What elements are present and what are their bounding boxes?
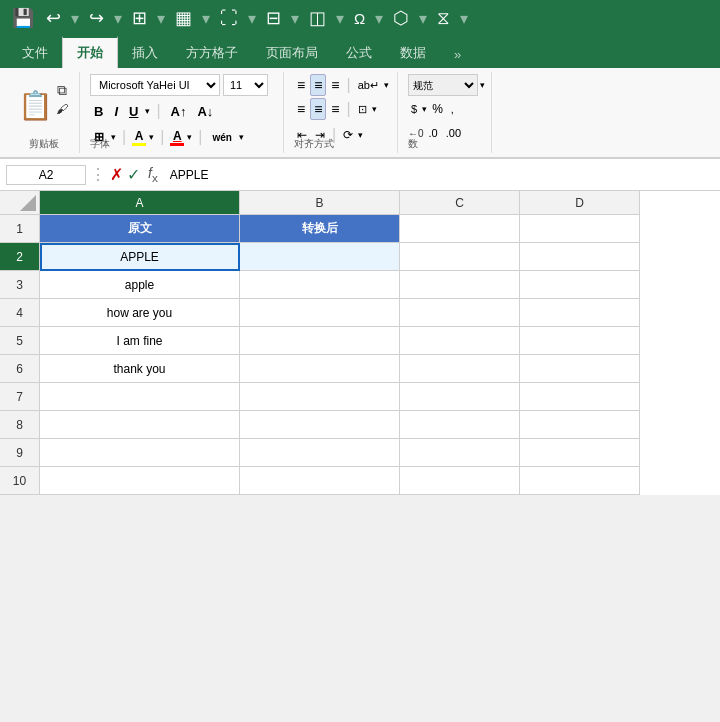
orientation-dropdown-icon[interactable]: ▾ bbox=[358, 130, 363, 140]
cell-a10[interactable] bbox=[40, 467, 240, 495]
shape-icon[interactable]: ⬡ bbox=[389, 5, 413, 31]
percent-button[interactable]: % bbox=[429, 98, 446, 120]
cell-a9[interactable] bbox=[40, 439, 240, 467]
decrease-decimal-button[interactable]: .0 bbox=[426, 122, 441, 144]
wen-button[interactable]: wén bbox=[208, 126, 235, 148]
highlight-color-button[interactable]: A bbox=[132, 129, 146, 146]
col-header-a[interactable]: A bbox=[40, 191, 240, 215]
cell-c5[interactable] bbox=[400, 327, 520, 355]
row-header-3[interactable]: 3 bbox=[0, 271, 40, 299]
row-header-9[interactable]: 9 bbox=[0, 439, 40, 467]
cell-d3[interactable] bbox=[520, 271, 640, 299]
merge-dropdown-icon[interactable]: ▾ bbox=[372, 104, 377, 114]
col-header-b[interactable]: B bbox=[240, 191, 400, 215]
undo-icon[interactable]: ↩ bbox=[42, 5, 65, 31]
cell-d4[interactable] bbox=[520, 299, 640, 327]
cell-reference-input[interactable] bbox=[6, 165, 86, 185]
symbol-icon[interactable]: Ω bbox=[350, 8, 369, 29]
row-header-10[interactable]: 10 bbox=[0, 467, 40, 495]
cell-d6[interactable] bbox=[520, 355, 640, 383]
font-name-select[interactable]: Microsoft YaHei UI bbox=[90, 74, 220, 96]
cell-c10[interactable] bbox=[400, 467, 520, 495]
number-format-select[interactable]: 规范 bbox=[408, 74, 478, 96]
align-bottom-right-button[interactable]: ≡ bbox=[328, 98, 342, 120]
col-header-d[interactable]: D bbox=[520, 191, 640, 215]
underline-dropdown-icon[interactable]: ▾ bbox=[145, 106, 150, 116]
cell-c8[interactable] bbox=[400, 411, 520, 439]
cell-a7[interactable] bbox=[40, 383, 240, 411]
cell-d5[interactable] bbox=[520, 327, 640, 355]
paste-button[interactable]: 📋 ⧉ 🖌 bbox=[14, 79, 73, 133]
tab-formula[interactable]: 公式 bbox=[332, 38, 386, 68]
cell-c7[interactable] bbox=[400, 383, 520, 411]
copy-button[interactable]: ⧉ bbox=[55, 81, 69, 100]
cell-d8[interactable] bbox=[520, 411, 640, 439]
cell-a4[interactable]: how are you bbox=[40, 299, 240, 327]
align-top-right-button[interactable]: ≡ bbox=[328, 74, 342, 96]
font-color-dropdown-icon[interactable]: ▾ bbox=[187, 132, 192, 142]
row-header-4[interactable]: 4 bbox=[0, 299, 40, 327]
font-color-button[interactable]: A bbox=[170, 129, 184, 146]
tab-data[interactable]: 数据 bbox=[386, 38, 440, 68]
save-icon[interactable]: 💾 bbox=[8, 5, 38, 31]
cell-c1[interactable] bbox=[400, 215, 520, 243]
col-header-c[interactable]: C bbox=[400, 191, 520, 215]
cancel-icon[interactable]: ✗ bbox=[110, 165, 123, 184]
cell-b8[interactable] bbox=[240, 411, 400, 439]
underline-button[interactable]: U bbox=[125, 100, 142, 122]
cell-c6[interactable] bbox=[400, 355, 520, 383]
cell-a6[interactable]: thank you bbox=[40, 355, 240, 383]
wrap-text-button[interactable]: ab↵ bbox=[355, 74, 382, 96]
font-size-select[interactable]: 11 bbox=[223, 74, 268, 96]
cell-c4[interactable] bbox=[400, 299, 520, 327]
layout-icon[interactable]: ◫ bbox=[305, 5, 330, 31]
cell-b10[interactable] bbox=[240, 467, 400, 495]
function-icon[interactable]: fx bbox=[144, 165, 162, 184]
formula-input[interactable] bbox=[166, 166, 714, 184]
row-header-8[interactable]: 8 bbox=[0, 411, 40, 439]
wen-dropdown-icon[interactable]: ▾ bbox=[239, 132, 244, 142]
cell-d2[interactable] bbox=[520, 243, 640, 271]
comma-button[interactable]: , bbox=[448, 98, 457, 120]
select-all-button[interactable] bbox=[0, 191, 40, 215]
tab-home[interactable]: 开始 bbox=[62, 36, 118, 68]
cell-d1[interactable] bbox=[520, 215, 640, 243]
cell-c3[interactable] bbox=[400, 271, 520, 299]
currency-dropdown[interactable]: ▾ bbox=[422, 104, 427, 114]
cell-b6[interactable] bbox=[240, 355, 400, 383]
align-top-center-button[interactable]: ≡ bbox=[310, 74, 326, 96]
cell-b2[interactable] bbox=[240, 243, 400, 271]
italic-button[interactable]: I bbox=[110, 100, 122, 122]
chart-icon[interactable]: ⛶ bbox=[216, 6, 242, 31]
cell-a3[interactable]: apple bbox=[40, 271, 240, 299]
merge-center-button[interactable]: ⊡ bbox=[355, 98, 370, 120]
cell-b5[interactable] bbox=[240, 327, 400, 355]
redo-icon[interactable]: ↪ bbox=[85, 5, 108, 31]
cell-a1[interactable]: 原文 bbox=[40, 215, 240, 243]
tab-fangge[interactable]: 方方格子 bbox=[172, 38, 252, 68]
grid2-icon[interactable]: ▦ bbox=[171, 5, 196, 31]
align-top-left-button[interactable]: ≡ bbox=[294, 74, 308, 96]
cell-a2[interactable]: APPLE bbox=[40, 243, 240, 271]
decrease-font-button[interactable]: A↓ bbox=[193, 100, 217, 122]
row-header-1[interactable]: 1 bbox=[0, 215, 40, 243]
wrap-dropdown-icon[interactable]: ▾ bbox=[384, 80, 389, 90]
confirm-icon[interactable]: ✓ bbox=[127, 165, 140, 184]
grid1-icon[interactable]: ⊞ bbox=[128, 5, 151, 31]
row-header-5[interactable]: 5 bbox=[0, 327, 40, 355]
cell-d10[interactable] bbox=[520, 467, 640, 495]
increase-decimal-button[interactable]: .00 bbox=[443, 122, 464, 144]
cell-b4[interactable] bbox=[240, 299, 400, 327]
cell-d7[interactable] bbox=[520, 383, 640, 411]
highlight-dropdown-icon[interactable]: ▾ bbox=[149, 132, 154, 142]
cell-b7[interactable] bbox=[240, 383, 400, 411]
align-bottom-left-button[interactable]: ≡ bbox=[294, 98, 308, 120]
number-format-dropdown[interactable]: ▾ bbox=[480, 80, 485, 90]
table-icon[interactable]: ⊟ bbox=[262, 5, 285, 31]
cell-b3[interactable] bbox=[240, 271, 400, 299]
bold-button[interactable]: B bbox=[90, 100, 107, 122]
border-dropdown-icon[interactable]: ▾ bbox=[111, 132, 116, 142]
increase-font-button[interactable]: A↑ bbox=[167, 100, 191, 122]
format-painter-button[interactable]: 🖌 bbox=[55, 101, 69, 117]
cell-c2[interactable] bbox=[400, 243, 520, 271]
